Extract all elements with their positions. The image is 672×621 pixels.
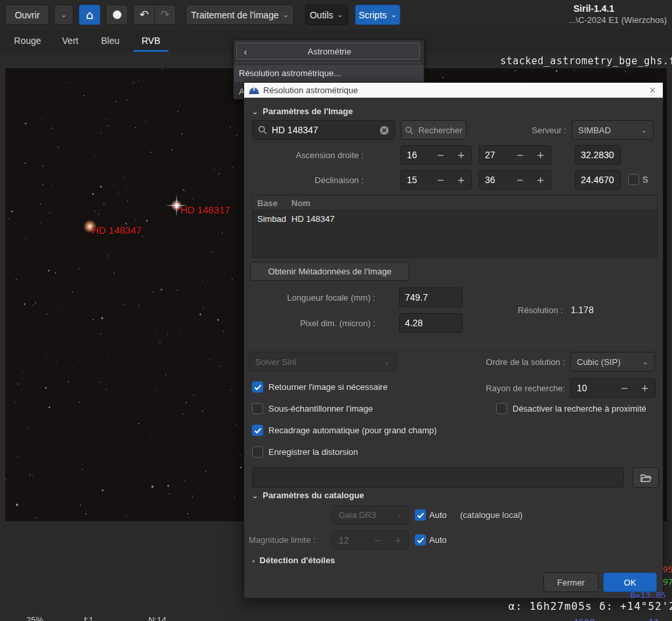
minus-button[interactable]: − [430,146,451,164]
scripts-menu-button[interactable]: Scripts ⌄ [355,5,400,25]
resolution-value: 1.178 [571,305,594,315]
auto-crop-checkbox[interactable] [252,425,263,436]
plus-button[interactable]: + [530,146,551,164]
tab-rouge[interactable]: Rouge [13,30,42,53]
menu-header: ‹ Astrométrie [236,43,420,60]
tools-menu-button[interactable]: Outils ⌄ [305,5,348,25]
check-icon [254,427,262,434]
ok-button[interactable]: OK [603,572,657,592]
plus-button[interactable]: + [388,531,408,549]
plus-button[interactable]: + [451,146,471,164]
server-label: Serveur : [480,120,566,140]
annotation-label-hd148347: HD 148347 [92,225,142,236]
dec-minutes-spinner[interactable]: 36 − + [478,170,551,190]
tab-bleu[interactable]: Bleu [98,30,122,53]
south-checkbox[interactable] [628,174,639,185]
magnitude-auto-checkbox[interactable] [415,534,426,546]
astrometry-dialog: Résolution astrométrique ✕ ⌄Paramètres d… [243,82,663,599]
status-green-value: 97 [663,577,672,587]
search-radius-spinner[interactable]: 10 − + [570,378,656,398]
processing-menu-button[interactable]: Traitement de l'image ⌄ [186,5,294,25]
solution-order-label: Ordre de la solution : [441,352,565,372]
home-button[interactable]: ⌂ [79,5,100,25]
status-dims-partial-right: 11 [648,617,660,621]
menu-back-button[interactable]: ‹ [237,46,254,57]
dialog-title: Résolution astrométrique [263,85,358,95]
ra-minutes-spinner[interactable]: 27 − + [478,145,551,165]
catalog-auto-checkbox[interactable] [415,509,426,521]
close-icon[interactable]: ✕ [649,85,656,95]
clear-input-icon[interactable] [379,125,389,135]
status-dims-partial-left: 4608 [573,617,595,621]
ra-seconds-input[interactable]: 32.2830 [575,145,621,165]
tools-menu-label: Outils [310,10,333,20]
minus-button[interactable]: − [430,171,451,189]
save-distortion-checkbox[interactable] [252,446,263,458]
scripts-menu-label: Scripts [358,10,387,20]
chevron-down-icon: ⌄ [641,127,647,134]
minus-button[interactable]: − [368,531,388,549]
check-icon [417,537,425,544]
minus-button[interactable]: − [510,146,530,164]
focal-length-input[interactable]: 749.7 [399,288,463,307]
chevron-down-icon: ⌄ [283,11,289,18]
solution-order-combo[interactable]: Cubic (SIP) ⌄ [570,352,655,372]
magnitude-limit-spinner[interactable]: 12 − + [332,530,409,549]
menu-item-resolution-astrometrique[interactable]: Résolution astrométrique... [234,65,423,82]
disable-near-search-label: Désactiver la recherche à proximité [513,403,646,414]
open-button[interactable]: Ouvrir [5,5,49,25]
processing-menu-label: Traitement de l'image [191,10,279,20]
window-title-area: Siril-1.4.1 ...\C-2024 E1 (Wierzchos) [568,3,667,25]
flip-image-checkbox[interactable] [252,381,263,393]
minus-button[interactable]: − [510,171,530,189]
pixel-size-input[interactable]: 4.28 [399,313,463,333]
table-header-base[interactable]: Base [253,198,291,208]
check-icon [254,384,262,391]
focal-length-label: Longueur focale (mm) : [252,288,375,307]
ra-hours-spinner[interactable]: 16 − + [400,145,472,165]
dec-seconds-input[interactable]: 24.4670 [575,170,621,190]
catalog-combo[interactable]: Gaia DR3 ⌄ [332,505,409,525]
distortion-path-input[interactable] [252,467,624,488]
section-star-detection[interactable]: ›Détection d'étoiles [252,555,335,565]
table-row[interactable]: Simbad HD 148347 [253,211,657,226]
resolution-label: Résolution : [518,305,563,315]
browse-folder-button[interactable] [633,467,659,488]
main-toolbar: Ouvrir ⌄ ⌂ ↶ ↷ Traitement de l'image ⌄ O… [0,0,672,30]
tab-rvb-active[interactable]: RVB [138,30,163,53]
plus-button[interactable]: + [451,171,471,189]
get-metadata-button[interactable]: Obtenir Métadonnées de l'Image [250,262,410,281]
tab-vert[interactable]: Vert [59,30,81,53]
table-header-nom[interactable]: Nom [291,198,310,208]
open-dropdown-button[interactable]: ⌄ [54,5,74,25]
check-icon [417,512,425,519]
plus-button[interactable]: + [635,379,655,397]
save-distortion-label: Enregistrer la distorsion [268,446,358,458]
resolution-readout: Résolution : 1.178 [518,300,594,320]
section-image-params[interactable]: ⌄Paramètres de l'Image [252,106,353,116]
search-results-table[interactable]: Base Nom Simbad HD 148347 [252,195,658,258]
section-catalog-params[interactable]: ⌄Paramètres du catalogue [252,490,364,500]
plus-button[interactable]: + [530,171,551,189]
search-input-value: HD 148347 [272,125,318,135]
object-search-input[interactable]: HD 148347 [252,120,395,140]
close-button[interactable]: Fermer [543,572,598,592]
dec-label: Déclinaison : [252,170,364,190]
record-button[interactable] [106,5,128,25]
chevron-down-icon: ⌄ [390,11,396,18]
minus-button[interactable]: − [614,379,635,397]
solver-combo[interactable]: Solver Siril ⌄ [249,352,396,372]
search-button[interactable]: Rechercher [401,120,467,140]
redo-button[interactable]: ↷ [155,5,176,25]
dec-degrees-spinner[interactable]: 15 − + [400,170,472,190]
undo-button[interactable]: ↶ [133,5,155,25]
chevron-left-icon: ‹ [244,46,247,57]
downsample-checkbox[interactable] [252,403,263,414]
south-checkbox-label: S [642,174,648,185]
server-combo[interactable]: SIMBAD ⌄ [572,120,654,140]
local-catalog-note: (catalogue local) [460,509,522,521]
window-title: Siril-1.4.1 [568,3,667,14]
siril-window: Ouvrir ⌄ ⌂ ↶ ↷ Traitement de l'image ⌄ O… [0,0,672,621]
disable-near-search-checkbox[interactable] [496,403,507,414]
chevron-down-icon: ⌄ [384,358,390,366]
